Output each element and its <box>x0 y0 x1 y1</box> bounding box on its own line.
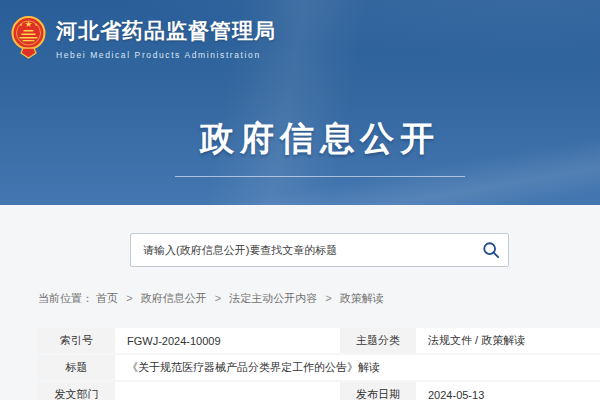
breadcrumb-separator: > <box>126 292 132 304</box>
search-icon <box>482 241 500 259</box>
page-title: 政府信息公开 <box>20 116 600 162</box>
page: ★ ★ ★ 河北省药品监督管理局 Hebei Medical Products … <box>0 0 600 400</box>
issuing-department-label: 发文部门 <box>38 382 115 400</box>
search-button[interactable] <box>474 234 508 266</box>
breadcrumb-item-gov-info[interactable]: 政府信息公开 <box>141 292 207 304</box>
search-input[interactable] <box>131 234 474 266</box>
hero-banner: ★ ★ ★ 河北省药品监督管理局 Hebei Medical Products … <box>0 0 600 205</box>
breadcrumb-separator: > <box>215 292 221 304</box>
breadcrumb-item-home[interactable]: 首页 <box>96 292 118 304</box>
subject-category-value: 法规文件 / 政策解读 <box>416 328 600 353</box>
breadcrumb: 当前位置： 首页 > 政府信息公开 > 法定主动公开内容 > 政策解读 <box>38 291 384 306</box>
title-label: 标题 <box>38 355 115 380</box>
index-number-label: 索引号 <box>38 328 115 353</box>
breadcrumb-prefix: 当前位置： <box>38 292 93 304</box>
breadcrumb-item-statutory-disclosure[interactable]: 法定主动公开内容 <box>229 292 317 304</box>
title-underline-divider <box>175 176 465 177</box>
publish-date-value: 2024-05-13 <box>416 382 600 400</box>
hero-center: 政府信息公开 <box>20 0 600 177</box>
table-row: 索引号 FGWJ-2024-10009 主题分类 法规文件 / 政策解读 <box>38 328 600 353</box>
issuing-department-value <box>115 382 340 400</box>
search-box <box>130 233 509 267</box>
publish-date-label: 发布日期 <box>340 382 416 400</box>
table-row: 标题 《关于规范医疗器械产品分类界定工作的公告》解读 <box>38 355 600 380</box>
breadcrumb-item-policy-interpretation[interactable]: 政策解读 <box>340 292 384 304</box>
subject-category-label: 主题分类 <box>340 328 416 353</box>
index-number-value: FGWJ-2024-10009 <box>115 328 340 353</box>
title-value: 《关于规范医疗器械产品分类界定工作的公告》解读 <box>115 355 600 380</box>
document-info-table: 索引号 FGWJ-2024-10009 主题分类 法规文件 / 政策解读 标题 … <box>38 326 600 400</box>
breadcrumb-separator: > <box>325 292 331 304</box>
table-row: 发文部门 发布日期 2024-05-13 <box>38 382 600 400</box>
